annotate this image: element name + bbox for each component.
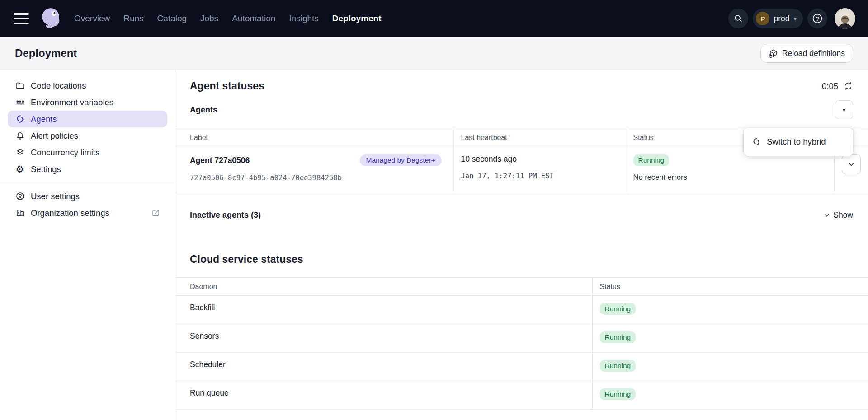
heartbeat-relative: 10 seconds ago bbox=[461, 154, 618, 164]
sidebar-item-code-locations[interactable]: Code locations bbox=[8, 77, 167, 94]
page-title: Deployment bbox=[15, 47, 77, 60]
show-inactive-agents-button[interactable]: Show bbox=[823, 210, 853, 220]
sidebar-item-label: Concurrency limits bbox=[31, 148, 99, 158]
nav-item-runs[interactable]: Runs bbox=[123, 14, 143, 23]
column-header-daemon: Daemon bbox=[175, 278, 592, 296]
table-row: Run queue Running bbox=[175, 381, 868, 410]
agent-name: Agent 727a0506 bbox=[190, 156, 250, 165]
agents-heading: Agents bbox=[190, 105, 217, 115]
deployment-sidebar: Code locations Environment variables bbox=[0, 70, 175, 420]
nav-links: Overview Runs Catalog Jobs Automation In… bbox=[74, 14, 382, 23]
page-body: Code locations Environment variables bbox=[0, 70, 868, 420]
sidebar-item-concurrency-limits[interactable]: Concurrency limits bbox=[8, 144, 167, 161]
nav-item-jobs[interactable]: Jobs bbox=[200, 14, 218, 23]
menu-item-switch-to-hybrid[interactable]: Switch to hybrid bbox=[744, 131, 853, 153]
dagster-logo-icon[interactable] bbox=[39, 6, 63, 31]
status-badge: Running bbox=[600, 360, 636, 372]
status-badge: Running bbox=[600, 303, 636, 315]
top-nav-right: P prod ▾ ? bbox=[728, 8, 855, 29]
daemon-name: Backfill bbox=[190, 303, 215, 312]
sidebar-item-organization-settings[interactable]: Organization settings bbox=[8, 205, 167, 221]
svg-text:?: ? bbox=[816, 16, 819, 22]
agent-id: 727a0506-8c97-4b95-a024-70ee3984258b bbox=[190, 174, 446, 182]
external-link-icon bbox=[151, 209, 160, 217]
env-vars-icon bbox=[15, 98, 25, 107]
help-icon: ? bbox=[811, 13, 823, 24]
folder-icon bbox=[15, 81, 25, 90]
building-icon bbox=[15, 208, 25, 218]
chevron-down-icon: ▾ bbox=[793, 16, 797, 22]
dagster-deployment-page: Overview Runs Catalog Jobs Automation In… bbox=[0, 0, 868, 420]
help-button[interactable]: ? bbox=[807, 9, 827, 28]
sidebar-item-label: Agents bbox=[31, 114, 57, 124]
sidebar-item-user-settings[interactable]: User settings bbox=[8, 188, 167, 205]
sidebar-item-label: Code locations bbox=[31, 81, 86, 91]
hamburger-menu-icon[interactable] bbox=[14, 13, 29, 24]
reload-package-icon bbox=[769, 49, 778, 58]
status-badge: Running bbox=[633, 154, 670, 166]
nav-item-automation[interactable]: Automation bbox=[232, 14, 275, 23]
column-header-status: Status bbox=[592, 278, 868, 296]
table-row: Sensors Running bbox=[175, 324, 868, 353]
workspace-switcher[interactable]: P prod ▾ bbox=[753, 9, 803, 28]
daemon-table-header-row: Daemon Status bbox=[175, 278, 868, 296]
search-icon bbox=[733, 14, 743, 23]
sidebar-item-label: Environment variables bbox=[31, 98, 113, 107]
reload-definitions-button[interactable]: Reload definitions bbox=[760, 44, 853, 63]
main-content: Agent statuses 0:05 Agents bbox=[175, 70, 868, 420]
reload-definitions-label: Reload definitions bbox=[782, 49, 845, 58]
bell-icon bbox=[15, 131, 25, 140]
nav-item-catalog[interactable]: Catalog bbox=[157, 14, 187, 23]
caret-down-icon: ▾ bbox=[843, 107, 846, 113]
heartbeat-timestamp: Jan 17, 1:27:11 PM EST bbox=[461, 172, 618, 180]
managed-by-badge: Managed by Dagster+ bbox=[360, 154, 442, 166]
sidebar-item-agents[interactable]: Agents bbox=[8, 111, 167, 127]
gear-icon: ⚙ bbox=[15, 164, 25, 174]
chevron-down-icon bbox=[823, 212, 830, 219]
agent-row-actions-button[interactable] bbox=[842, 154, 861, 174]
agents-menu-trigger-button[interactable]: ▾ bbox=[835, 100, 853, 119]
nav-item-insights[interactable]: Insights bbox=[289, 14, 318, 23]
table-row: Scheduler Running bbox=[175, 353, 868, 381]
inactive-agents-heading: Inactive agents (3) bbox=[190, 210, 261, 220]
refresh-countdown: 0:05 bbox=[822, 81, 838, 91]
cloud-service-statuses-title: Cloud service statuses bbox=[190, 253, 868, 266]
column-header-label: Label bbox=[175, 129, 453, 146]
page-header: Deployment Reload definitions bbox=[0, 37, 868, 70]
cloud-services-table: Daemon Status Backfill Running Sensors R… bbox=[175, 277, 868, 410]
sidebar-item-environment-variables[interactable]: Environment variables bbox=[8, 94, 167, 111]
sidebar-divider bbox=[0, 182, 175, 182]
nav-item-deployment[interactable]: Deployment bbox=[332, 14, 382, 23]
show-label: Show bbox=[833, 210, 853, 220]
sidebar-item-label: Settings bbox=[31, 164, 61, 174]
table-row: Backfill Running bbox=[175, 296, 868, 324]
agent-hybrid-icon bbox=[752, 137, 761, 146]
workspace-name: prod bbox=[774, 14, 789, 23]
menu-item-label: Switch to hybrid bbox=[767, 137, 826, 147]
daemon-name: Run queue bbox=[190, 388, 229, 397]
refresh-icon[interactable] bbox=[844, 81, 853, 91]
search-button[interactable] bbox=[728, 9, 748, 28]
agent-statuses-title: Agent statuses bbox=[190, 80, 264, 92]
sidebar-item-alert-policies[interactable]: Alert policies bbox=[8, 127, 167, 144]
status-badge: Running bbox=[600, 331, 636, 343]
status-note: No recent errors bbox=[633, 173, 827, 182]
user-icon bbox=[15, 191, 25, 201]
sidebar-item-label: Organization settings bbox=[31, 208, 109, 218]
top-nav: Overview Runs Catalog Jobs Automation In… bbox=[0, 0, 868, 37]
user-avatar[interactable] bbox=[835, 8, 855, 29]
daemon-name: Scheduler bbox=[190, 360, 226, 369]
agent-icon bbox=[15, 114, 25, 124]
sidebar-item-label: Alert policies bbox=[31, 131, 78, 141]
nav-item-overview[interactable]: Overview bbox=[74, 14, 110, 23]
agent-actions-dropdown: Switch to hybrid bbox=[744, 128, 853, 156]
status-badge: Running bbox=[600, 388, 636, 400]
sidebar-item-label: User settings bbox=[31, 191, 80, 201]
chevron-down-icon bbox=[848, 161, 855, 168]
column-header-last-heartbeat: Last heartbeat bbox=[453, 129, 626, 146]
layers-icon bbox=[15, 148, 25, 157]
daemon-name: Sensors bbox=[190, 331, 219, 341]
sidebar-item-settings[interactable]: ⚙ Settings bbox=[8, 161, 167, 177]
workspace-avatar: P bbox=[756, 12, 769, 25]
